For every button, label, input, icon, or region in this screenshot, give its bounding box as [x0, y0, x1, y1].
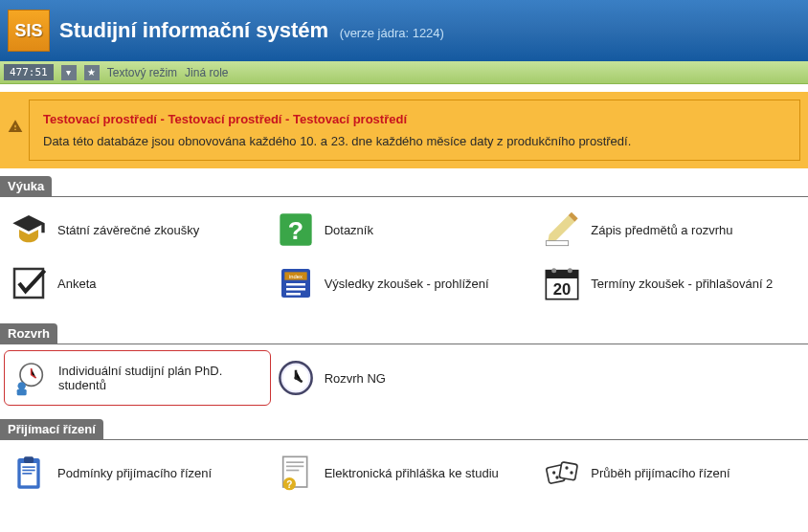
- section-vyuka-head: Výuka: [0, 176, 52, 196]
- module-label: Rozvrh NG: [325, 371, 386, 386]
- svg-rect-9: [286, 293, 301, 296]
- svg-rect-28: [286, 461, 303, 463]
- module-statni-zaverecne-zkousky[interactable]: Státní závěrečné zkoušky: [4, 203, 271, 256]
- module-rozvrh-ng[interactable]: Rozvrh NG: [271, 350, 538, 406]
- svg-rect-3: [14, 269, 43, 298]
- app-title-text: Studijní informační systém: [59, 18, 328, 42]
- arrow-down-icon[interactable]: ▾: [61, 65, 77, 80]
- svg-rect-23: [24, 456, 34, 463]
- clock-icon: [277, 359, 315, 397]
- svg-rect-25: [22, 470, 34, 472]
- pencil-paper-icon: [543, 211, 581, 249]
- svg-point-36: [556, 476, 559, 478]
- svg-rect-29: [286, 466, 303, 468]
- svg-point-35: [552, 471, 555, 474]
- module-label: Průběh přijímacího řízení: [591, 466, 729, 480]
- app-title: Studijní informační systém (verze jádra:…: [59, 18, 444, 43]
- svg-rect-26: [22, 473, 32, 475]
- module-label: Individuální studijní plán PhD. studentů: [58, 364, 264, 392]
- sis-logo: SIS: [8, 10, 50, 52]
- session-time: 477:51: [4, 64, 54, 80]
- section-vyuka-head-wrap: Výuka: [0, 168, 808, 197]
- svg-rect-11: [547, 271, 578, 278]
- svg-rect-24: [22, 466, 34, 468]
- module-label: Výsledky zkoušek - prohlížení: [325, 277, 489, 291]
- svg-rect-34: [559, 462, 577, 480]
- module-label: Dotazník: [325, 223, 373, 237]
- prijimaci-grid: Podmínky přijímacího řízení ? Elektronic…: [0, 440, 808, 505]
- section-rozvrh-head: Rozvrh: [0, 323, 57, 344]
- module-vysledky-zkousek[interactable]: index Výsledky zkoušek - prohlížení: [271, 256, 538, 310]
- svg-point-12: [551, 268, 556, 273]
- clock-person-icon: [11, 359, 49, 397]
- calendar-icon: 20: [543, 264, 581, 302]
- svg-point-37: [566, 466, 569, 469]
- module-anketa[interactable]: Anketa: [4, 256, 271, 310]
- svg-point-16: [18, 382, 26, 389]
- module-terminy-zkousek[interactable]: 20 Termíny zkoušek - přihlašování 2: [537, 256, 804, 310]
- rozvrh-grid: Individuální studijní plán PhD. studentů…: [0, 344, 808, 411]
- section-prijimaci-head-wrap: Přijímací řízení: [0, 411, 808, 440]
- module-prubeh-prijimaciho[interactable]: Průběh přijímacího řízení: [537, 446, 804, 499]
- svg-rect-2: [547, 241, 569, 246]
- other-role-link[interactable]: Jiná role: [185, 66, 228, 79]
- warning-icon: [8, 119, 23, 134]
- module-dotaznik[interactable]: ? Dotazník: [271, 203, 538, 256]
- module-label: Podmínky přijímacího řízení: [57, 466, 212, 480]
- module-label: Zápis předmětů a rozvrhu: [591, 223, 732, 237]
- svg-rect-7: [286, 283, 305, 286]
- graduation-cap-icon: [10, 211, 48, 249]
- svg-point-38: [571, 471, 573, 474]
- vyuka-grid: Státní závěrečné zkoušky ? Dotazník Zápi…: [0, 197, 808, 316]
- module-label: Elektronická přihláška ke studiu: [325, 466, 499, 480]
- svg-rect-8: [286, 288, 305, 291]
- warning-text: Data této databáze jsou obnovována každé…: [43, 134, 786, 148]
- index-book-icon: index: [277, 264, 315, 302]
- module-label: Anketa: [57, 277, 96, 291]
- text-mode-link[interactable]: Textový režim: [107, 66, 177, 79]
- svg-text:?: ?: [286, 479, 292, 490]
- clipboard-icon: [10, 454, 48, 492]
- module-zapis-predmetu[interactable]: Zápis předmětů a rozvrhu: [537, 203, 804, 256]
- warning-box: Testovací prostředí - Testovací prostřed…: [29, 100, 800, 161]
- svg-text:?: ?: [288, 216, 303, 245]
- module-elektronicka-prihlaska[interactable]: ? Elektronická přihláška ke studiu: [271, 446, 538, 499]
- dice-icon: [543, 454, 581, 492]
- module-label: Státní závěrečné zkoušky: [57, 223, 199, 237]
- section-prijimaci-head: Přijímací řízení: [0, 419, 103, 439]
- app-version: (verze jádra: 1224): [340, 26, 444, 40]
- svg-point-20: [294, 376, 297, 379]
- question-icon: ?: [277, 211, 315, 249]
- svg-rect-17: [17, 389, 27, 396]
- svg-rect-30: [286, 470, 299, 472]
- toolbar: 477:51 ▾ ★ Textový režim Jiná role: [0, 61, 808, 84]
- form-question-icon: ?: [277, 454, 315, 492]
- warning-title: Testovací prostředí - Testovací prostřed…: [43, 112, 786, 126]
- svg-text:20: 20: [553, 280, 572, 299]
- app-header: SIS Studijní informační systém (verze já…: [0, 0, 808, 61]
- section-rozvrh-head-wrap: Rozvrh: [0, 316, 808, 344]
- star-icon[interactable]: ★: [84, 65, 100, 80]
- module-label: Termíny zkoušek - přihlašování 2: [591, 277, 773, 291]
- svg-point-13: [568, 268, 572, 273]
- module-podminky-prijimaciho[interactable]: Podmínky přijímacího řízení: [4, 446, 271, 499]
- checkbox-icon: [10, 264, 48, 302]
- warning-banner: Testovací prostředí - Testovací prostřed…: [0, 92, 808, 168]
- module-individualni-plan-phd[interactable]: Individuální studijní plán PhD. studentů: [4, 350, 271, 406]
- svg-text:index: index: [289, 274, 303, 279]
